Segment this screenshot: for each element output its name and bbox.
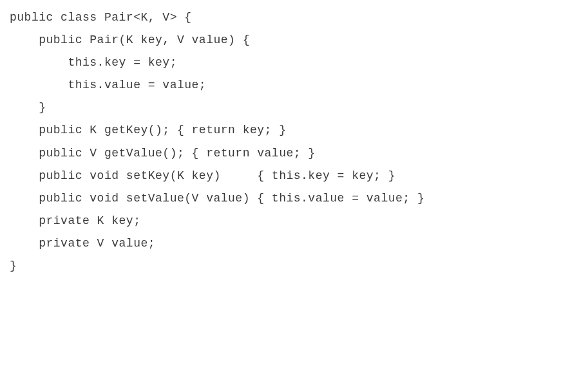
code-line: this.key = key; <box>10 51 571 74</box>
code-line: public class Pair<K, V> { <box>10 6 571 29</box>
code-line: } <box>10 255 571 277</box>
code-line: public V getValue(); { return value; } <box>10 142 571 165</box>
code-line: private K key; <box>10 210 571 232</box>
code-block: public class Pair<K, V> { public Pair(K … <box>10 6 571 277</box>
code-line: public K getKey(); { return key; } <box>10 119 571 142</box>
code-line: private V value; <box>10 232 571 255</box>
code-line: public void setValue(V value) { this.val… <box>10 187 571 210</box>
code-line: public void setKey(K key) { this.key = k… <box>10 165 571 187</box>
code-line: } <box>10 97 571 119</box>
code-line: this.value = value; <box>10 74 571 97</box>
code-line: public Pair(K key, V value) { <box>10 29 571 51</box>
